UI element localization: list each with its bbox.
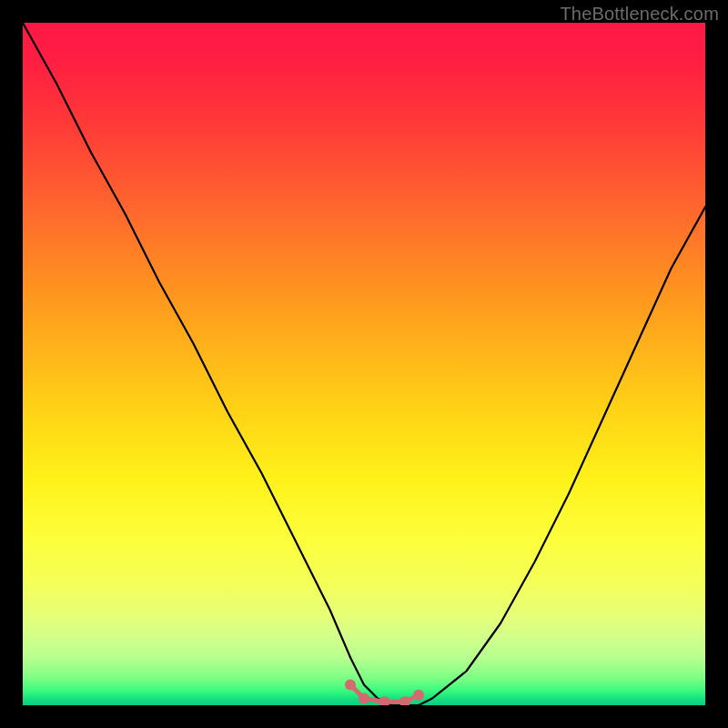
chart-frame: TheBottleneck.com xyxy=(0,0,728,728)
watermark-label: TheBottleneck.com xyxy=(560,4,719,25)
bottleneck-curve xyxy=(23,23,705,705)
valley-marker xyxy=(413,690,424,701)
valley-marker xyxy=(399,696,410,705)
valley-connector xyxy=(350,685,419,703)
chart-svg xyxy=(23,23,705,705)
valley-marker xyxy=(345,680,356,691)
valley-markers-group xyxy=(345,680,424,706)
valley-marker xyxy=(359,693,369,704)
valley-marker xyxy=(379,696,390,705)
chart-plot-area xyxy=(23,23,705,705)
